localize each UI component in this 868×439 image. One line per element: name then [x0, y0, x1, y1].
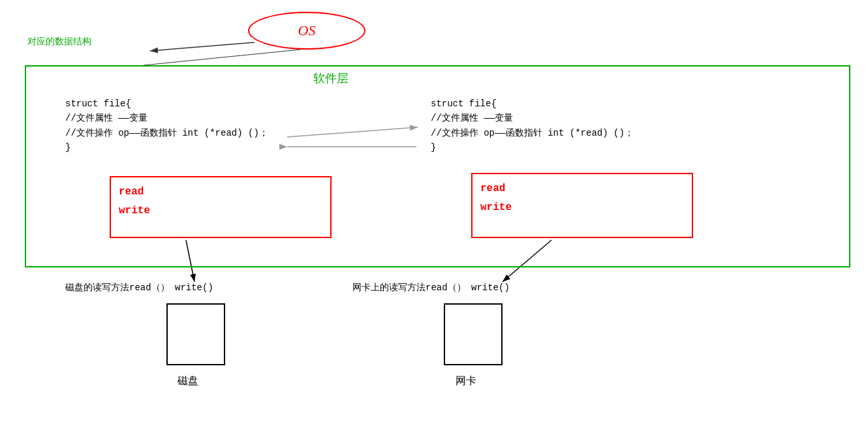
rw-box-right: read write	[471, 173, 693, 238]
struct-right-line3: //文件操作 op——函数指针 int (*read) ()；	[431, 126, 634, 140]
nic-name: 网卡	[456, 374, 476, 388]
disk-name: 磁盘	[178, 374, 198, 388]
rw-content-left: read write	[111, 177, 330, 226]
rw-content-right: read write	[473, 174, 692, 222]
struct-left: struct file{ //文件属性 ——变量 //文件操作 op——函数指针…	[65, 97, 268, 155]
software-layer-label: 软件层	[313, 70, 349, 86]
data-struct-label: 对应的数据结构	[27, 36, 91, 48]
hw-box-disk	[166, 303, 225, 365]
struct-left-line2: //文件属性 ——变量	[65, 111, 268, 125]
rw-right-write: write	[480, 198, 684, 217]
rw-right-read: read	[480, 179, 684, 198]
os-ellipse: OS	[248, 12, 365, 50]
diagram-container: OS 对应的数据结构 软件层 struct file{ //文件属性 ——变量 …	[0, 0, 868, 439]
struct-right-line1: struct file{	[431, 97, 634, 111]
struct-left-line4: }	[65, 140, 268, 155]
hw-box-nic	[444, 303, 503, 365]
struct-left-line3: //文件操作 op——函数指针 int (*read) ()；	[65, 126, 268, 140]
rw-box-left: read write	[110, 176, 332, 238]
svg-line-5	[144, 50, 300, 65]
os-label: OS	[298, 22, 316, 39]
struct-right-line2: //文件属性 ——变量	[431, 111, 634, 125]
struct-left-line1: struct file{	[65, 97, 268, 111]
rw-left-write: write	[119, 202, 322, 220]
rw-left-read: read	[119, 183, 322, 202]
struct-right-line4: }	[431, 140, 634, 155]
svg-line-0	[150, 42, 255, 51]
nic-rw-label: 网卡上的读写方法read（） write()	[352, 282, 510, 294]
disk-rw-label: 磁盘的读写方法read（） write()	[65, 282, 213, 294]
struct-right: struct file{ //文件属性 ——变量 //文件操作 op——函数指针…	[431, 97, 634, 155]
